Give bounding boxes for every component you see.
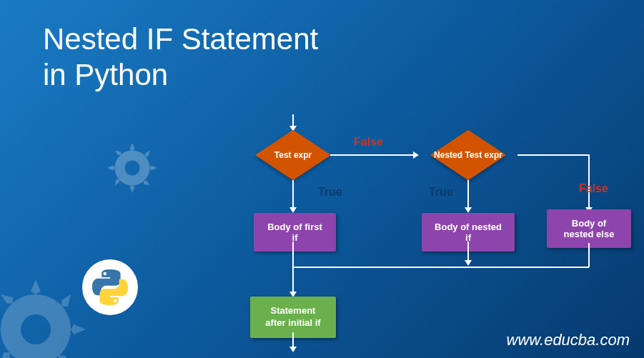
title-line1: Nested IF Statement bbox=[43, 21, 318, 57]
label-false: False bbox=[354, 136, 383, 149]
title-line2: in Python bbox=[43, 57, 318, 93]
page-title: Nested IF Statement in Python bbox=[43, 21, 318, 94]
python-icon bbox=[92, 269, 128, 305]
python-logo bbox=[82, 259, 138, 315]
flowchart: Test expr False Nested Test expr True Tr… bbox=[193, 114, 636, 357]
label-false-2: False bbox=[579, 182, 608, 195]
gear-icon bbox=[0, 279, 86, 358]
label-true-2: True bbox=[429, 186, 453, 199]
website-url: www.educba.com bbox=[507, 331, 630, 349]
decision-test-expr: Test expr bbox=[250, 130, 336, 180]
box-body-first-if: Body of first if bbox=[254, 213, 336, 252]
decision-nested-test-expr: Nested Test expr bbox=[415, 130, 522, 180]
box-body-nested-else: Body of nested else bbox=[547, 209, 631, 248]
gear-icon bbox=[107, 143, 157, 193]
label-true: True bbox=[318, 186, 342, 199]
